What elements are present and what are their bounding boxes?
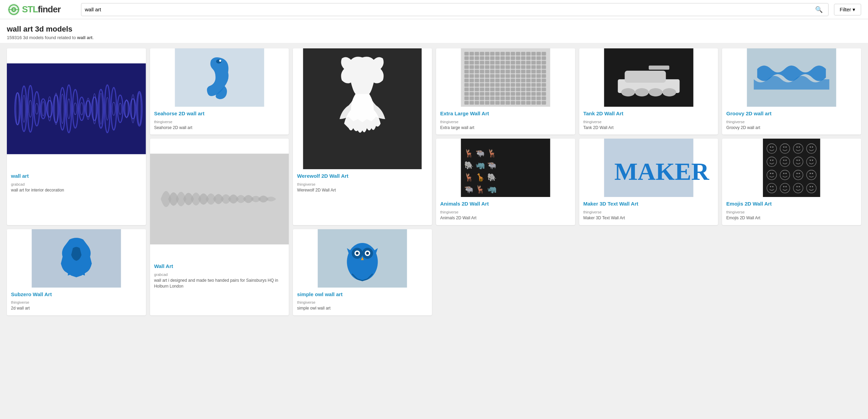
svg-rect-76 (511, 56, 515, 60)
svg-rect-53 (475, 52, 479, 56)
svg-rect-172 (511, 83, 515, 87)
card-source-groovy: thingiverse (726, 120, 857, 124)
logo-stl: STL (22, 4, 38, 14)
svg-point-308 (812, 186, 813, 187)
card-title-extra-large[interactable]: Extra Large Wall Art (440, 110, 571, 117)
card-desc-werewolf: Werewolf 2D Wall Art (297, 187, 428, 193)
svg-rect-63 (526, 52, 530, 56)
card-extra-large[interactable]: Extra Large Wall Art thingiverse Extra l… (436, 48, 575, 135)
card-desc-maker: Maker 3D Text Wall Art (583, 215, 714, 221)
svg-text:MAKER: MAKER (614, 158, 709, 185)
logo-area: STLfinder (7, 3, 76, 16)
card-desc-subzero: 2d wall art (11, 305, 142, 311)
card-subzero[interactable]: Subzero Wall Art thingiverse 2d wall art (7, 229, 146, 315)
card-title-wall-art-1[interactable]: wall art (11, 173, 142, 179)
card-title-maker[interactable]: Maker 3D Text Wall Art (583, 200, 714, 207)
svg-rect-154 (500, 79, 505, 82)
card-desc-emojis: Emojis 2D Wall Art (726, 215, 857, 221)
svg-rect-102 (480, 65, 484, 69)
svg-rect-146 (541, 74, 546, 78)
svg-rect-220 (511, 96, 515, 100)
card-title-wall-art-2[interactable]: Wall Art (154, 263, 285, 270)
card-emojis[interactable]: Emojis 2D Wall Art thingiverse Emojis 2D… (722, 139, 861, 225)
svg-rect-193 (536, 88, 541, 91)
card-desc-groovy: Groovy 2D wall art (726, 125, 857, 131)
svg-text:🦌 🐃 🦌: 🦌 🐃 🦌 (464, 149, 496, 158)
card-title-emojis[interactable]: Emojis 2D Wall Art (726, 200, 857, 207)
card-owl[interactable]: simple owl wall art thingiverse simple o… (293, 229, 432, 315)
card-body-maker: Maker 3D Text Wall Art thingiverse Maker… (579, 197, 718, 225)
card-wall-art-2[interactable]: Wall Art grabcad wall art i designed and… (150, 139, 289, 315)
card-title-seahorse[interactable]: Seahorse 2D wall art (154, 110, 285, 117)
svg-point-301 (783, 186, 785, 187)
card-desc-wall-art-2: wall art i designed and made two handed … (154, 278, 285, 289)
card-body-wall-art-2: Wall Art grabcad wall art i designed and… (150, 259, 289, 293)
svg-rect-260 (763, 139, 820, 197)
search-input[interactable] (85, 7, 813, 12)
card-title-werewolf[interactable]: Werewolf 2D Wall Art (297, 173, 428, 179)
svg-point-48 (219, 60, 221, 62)
card-title-groovy[interactable]: Groovy 2D wall art (726, 110, 857, 117)
svg-rect-141 (516, 74, 520, 78)
svg-rect-133 (475, 74, 479, 78)
svg-rect-143 (526, 74, 530, 78)
svg-point-281 (799, 160, 800, 161)
svg-rect-201 (495, 92, 500, 96)
card-title-owl[interactable]: simple owl wall art (297, 291, 428, 298)
svg-rect-71 (485, 56, 489, 60)
card-maker[interactable]: MAKER Maker 3D Text Wall Art thingiverse… (579, 139, 718, 225)
card-seahorse[interactable]: Seahorse 2D wall art thingiverse Seahors… (150, 48, 289, 135)
subtitle-keyword: wall art (77, 35, 93, 40)
svg-rect-178 (541, 83, 546, 87)
svg-rect-68 (469, 56, 474, 60)
svg-rect-163 (464, 83, 469, 87)
svg-rect-207 (526, 92, 530, 96)
svg-rect-115 (464, 70, 469, 73)
svg-rect-166 (480, 83, 484, 87)
svg-rect-65 (536, 52, 541, 56)
card-groovy[interactable]: Groovy 2D wall art thingiverse Groovy 2D… (722, 48, 861, 135)
svg-point-302 (786, 186, 787, 187)
svg-point-304 (797, 186, 798, 187)
header: STLfinder 🔍 Filter ▾ (0, 0, 868, 19)
filter-button[interactable]: Filter ▾ (834, 4, 861, 15)
card-title-tank[interactable]: Tank 2D Wall Art (583, 110, 714, 117)
svg-rect-170 (500, 83, 505, 87)
svg-rect-173 (516, 83, 520, 87)
svg-rect-213 (475, 96, 479, 100)
card-animals[interactable]: 🦌 🐃 🦌 🐘 🦏 🐃 🦌 🦒 🐘 🐃 🦌 🦏 Animals 2D Wall … (436, 139, 575, 225)
svg-rect-98 (541, 61, 546, 65)
card-body-emojis: Emojis 2D Wall Art thingiverse Emojis 2D… (722, 197, 861, 225)
svg-point-280 (797, 160, 798, 161)
svg-point-286 (770, 173, 772, 174)
svg-rect-203 (505, 92, 510, 96)
search-button[interactable]: 🔍 (813, 6, 825, 13)
logo-text: STLfinder (22, 4, 60, 15)
result-count: 159316 (7, 35, 22, 40)
svg-rect-175 (526, 83, 530, 87)
svg-rect-216 (490, 96, 494, 100)
card-image-emojis (722, 139, 861, 197)
svg-rect-130 (541, 70, 546, 73)
svg-point-247 (621, 88, 635, 96)
svg-rect-234 (500, 101, 505, 105)
svg-point-292 (797, 173, 798, 174)
svg-rect-107 (505, 65, 510, 69)
card-tank[interactable]: Tank 2D Wall Art thingiverse Tank 2D Wal… (579, 48, 718, 135)
svg-rect-86 (480, 61, 484, 65)
svg-point-295 (810, 173, 811, 174)
card-title-animals[interactable]: Animals 2D Wall Art (440, 200, 571, 207)
svg-rect-93 (516, 61, 520, 65)
svg-rect-222 (521, 96, 525, 100)
card-werewolf[interactable]: Werewolf 2D Wall Art thingiverse Werewol… (293, 48, 432, 225)
svg-rect-232 (490, 101, 494, 105)
svg-rect-199 (485, 92, 489, 96)
card-wall-art-1[interactable]: wall art grabcad wall art for interior d… (7, 48, 146, 225)
svg-rect-118 (480, 70, 484, 73)
svg-rect-62 (521, 52, 525, 56)
card-source-wall-art-1: grabcad (11, 182, 142, 186)
svg-rect-58 (500, 52, 505, 56)
page-subtitle: 159316 3d models found related to wall a… (7, 35, 861, 40)
card-title-subzero[interactable]: Subzero Wall Art (11, 291, 142, 298)
svg-rect-180 (469, 88, 474, 91)
